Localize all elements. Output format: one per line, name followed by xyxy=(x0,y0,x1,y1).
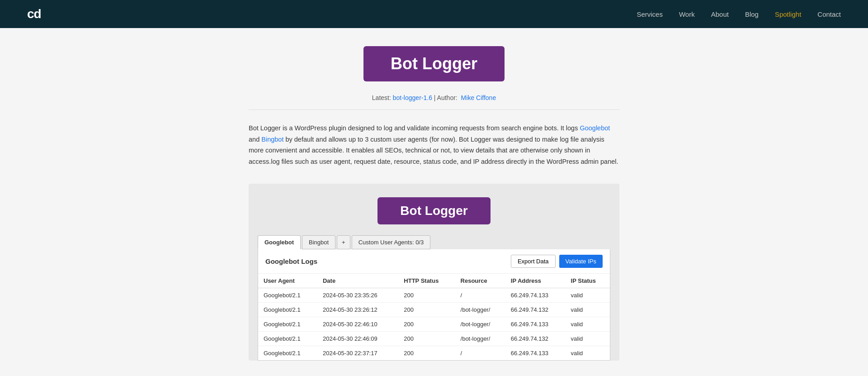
export-button[interactable]: Export Data xyxy=(511,255,556,268)
cell-ip: 66.249.74.133 xyxy=(505,288,566,302)
bingbot-link[interactable]: Bingbot xyxy=(261,136,283,143)
cell-user_agent: Googlebot/2.1 xyxy=(258,288,317,302)
cell-date: 2024-05-30 23:35:26 xyxy=(317,288,398,302)
main-content: Bot Logger Latest: bot-logger-1.6 | Auth… xyxy=(0,28,868,376)
cell-status: 200 xyxy=(398,331,455,346)
cell-ip: 66.249.74.132 xyxy=(505,331,566,346)
tab-bingbot[interactable]: Bingbot xyxy=(302,235,335,249)
cell-resource: /bot-logger/ xyxy=(455,317,505,331)
table-head: User AgentDateHTTP StatusResourceIP Addr… xyxy=(258,274,610,288)
nav-link-blog[interactable]: Blog xyxy=(745,10,759,18)
nav-link-about[interactable]: About xyxy=(711,10,729,18)
table-row: Googlebot/2.12024-05-30 22:46:09200/bot-… xyxy=(258,331,610,346)
description: Bot Logger is a WordPress plugin designe… xyxy=(249,123,619,167)
googlebot-link[interactable]: Googlebot xyxy=(580,124,610,132)
cell-status: 200 xyxy=(398,302,455,317)
col-ip-address: IP Address xyxy=(505,274,566,288)
col-http-status: HTTP Status xyxy=(398,274,455,288)
nav-link-work[interactable]: Work xyxy=(679,10,695,18)
col-user-agent: User Agent xyxy=(258,274,317,288)
cell-ip: 66.249.74.132 xyxy=(505,302,566,317)
nav-link-spotlight[interactable]: Spotlight xyxy=(775,10,801,18)
nav-link-contact[interactable]: Contact xyxy=(817,10,841,18)
tab--[interactable]: + xyxy=(337,235,350,249)
cell-date: 2024-05-30 22:37:17 xyxy=(317,346,398,360)
logo[interactable]: cd xyxy=(27,7,41,21)
tabs-row: GooglebotBingbot+Custom User Agents: 0/3 xyxy=(258,235,610,249)
meta-line: Latest: bot-logger-1.6 | Author: Mike Ci… xyxy=(9,94,859,101)
table-row: Googlebot/2.12024-05-30 23:35:26200/66.2… xyxy=(258,288,610,302)
table-row: Googlebot/2.12024-05-30 22:37:17200/66.2… xyxy=(258,346,610,360)
cell-ip_status: valid xyxy=(566,288,610,302)
log-title: Googlebot Logs xyxy=(265,257,317,265)
cell-user_agent: Googlebot/2.1 xyxy=(258,317,317,331)
cell-ip_status: valid xyxy=(566,302,610,317)
cell-resource: /bot-logger/ xyxy=(455,302,505,317)
table-row: Googlebot/2.12024-05-30 22:46:10200/bot-… xyxy=(258,317,610,331)
log-header: Googlebot Logs Export Data Validate IPs xyxy=(258,249,610,274)
section-divider xyxy=(249,109,619,110)
main-nav: ServicesWorkAboutBlogSpotlightContact xyxy=(637,10,841,18)
col-ip-status: IP Status xyxy=(566,274,610,288)
meta-author-prefix: Author: xyxy=(437,94,458,101)
cell-user_agent: Googlebot/2.1 xyxy=(258,331,317,346)
inner-title-badge: Bot Logger xyxy=(377,197,490,224)
meta-author-link[interactable]: Mike Ciffone xyxy=(461,94,496,101)
cell-date: 2024-05-30 23:26:12 xyxy=(317,302,398,317)
cell-user_agent: Googlebot/2.1 xyxy=(258,346,317,360)
meta-separator: | xyxy=(434,94,437,101)
meta-link[interactable]: bot-logger-1.6 xyxy=(393,94,432,101)
nav-link-services[interactable]: Services xyxy=(637,10,663,18)
cell-ip_status: valid xyxy=(566,346,610,360)
cell-status: 200 xyxy=(398,317,455,331)
cell-resource: /bot-logger/ xyxy=(455,331,505,346)
log-panel: Googlebot Logs Export Data Validate IPs … xyxy=(258,249,610,361)
col-date: Date xyxy=(317,274,398,288)
tab-custom-user-agents--0-3[interactable]: Custom User Agents: 0/3 xyxy=(352,235,431,249)
tab-googlebot[interactable]: Googlebot xyxy=(258,235,301,249)
inner-title-wrap: Bot Logger xyxy=(258,197,610,224)
meta-prefix: Latest: xyxy=(372,94,391,101)
cell-resource: / xyxy=(455,346,505,360)
cell-status: 200 xyxy=(398,288,455,302)
cell-user_agent: Googlebot/2.1 xyxy=(258,302,317,317)
validate-button[interactable]: Validate IPs xyxy=(559,255,603,268)
table-row: Googlebot/2.12024-05-30 23:26:12200/bot-… xyxy=(258,302,610,317)
hero-title-badge: Bot Logger xyxy=(363,46,505,81)
cell-status: 200 xyxy=(398,346,455,360)
cell-ip: 66.249.74.133 xyxy=(505,317,566,331)
screenshot-box: Bot Logger GooglebotBingbot+Custom User … xyxy=(249,184,619,361)
log-actions: Export Data Validate IPs xyxy=(511,255,603,268)
cell-date: 2024-05-30 22:46:09 xyxy=(317,331,398,346)
cell-ip_status: valid xyxy=(566,317,610,331)
table-body: Googlebot/2.12024-05-30 23:35:26200/66.2… xyxy=(258,288,610,360)
cell-ip: 66.249.74.133 xyxy=(505,346,566,360)
col-resource: Resource xyxy=(455,274,505,288)
site-header: cd ServicesWorkAboutBlogSpotlightContact xyxy=(0,0,868,28)
log-table: User AgentDateHTTP StatusResourceIP Addr… xyxy=(258,274,610,360)
cell-date: 2024-05-30 22:46:10 xyxy=(317,317,398,331)
cell-ip_status: valid xyxy=(566,331,610,346)
hero-title-wrap: Bot Logger xyxy=(9,46,859,81)
cell-resource: / xyxy=(455,288,505,302)
